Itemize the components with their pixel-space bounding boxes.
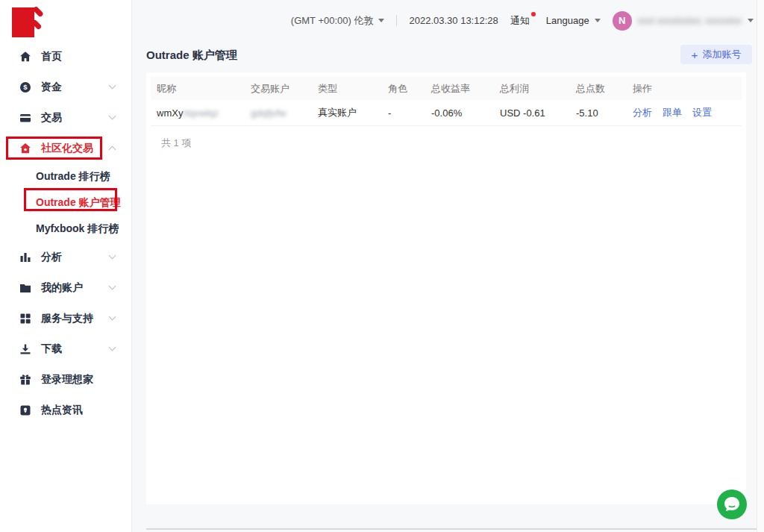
- footer-divider: [146, 528, 757, 530]
- settings-link[interactable]: 设置: [692, 106, 712, 119]
- sidebar-item-analytics[interactable]: 分析: [0, 242, 131, 272]
- cell-role: -: [388, 107, 431, 119]
- sidebar-item-my-accounts[interactable]: 我的账户: [0, 272, 131, 303]
- community-house-icon: [19, 143, 31, 154]
- col-header-role: 角色: [388, 82, 431, 96]
- cell-type: 真实账户: [318, 106, 388, 119]
- col-header-total-profit: 总利润: [500, 82, 576, 96]
- sidebar-item-outrade-account-management[interactable]: Outrade 账户管理: [0, 190, 131, 216]
- sidebar-item-label: 热点资讯: [41, 404, 83, 417]
- add-account-button[interactable]: + 添加账号: [680, 45, 752, 64]
- sidebar-item-funds[interactable]: $ 资金: [0, 72, 131, 102]
- user-menu[interactable]: N xxxl xxxxlxxlxx; xxxxxlxx: [613, 11, 754, 31]
- sidebar-item-download[interactable]: 下载: [0, 334, 131, 364]
- cell-actions: 分析 跟单 设置: [633, 106, 736, 119]
- chevron-up-icon: [109, 146, 116, 154]
- analyze-link[interactable]: 分析: [633, 106, 652, 119]
- username-redacted: xxxl xxxxlxxlxx; xxxxxlxx: [638, 15, 742, 26]
- cell-total-profit: USD -0.61: [500, 107, 576, 119]
- grid-icon: [19, 313, 31, 325]
- news-pin-icon: [19, 404, 31, 416]
- cell-total-return: -0.06%: [431, 107, 500, 119]
- chevron-down-icon: [109, 252, 116, 260]
- download-icon: [19, 343, 31, 355]
- accounts-table: 昵称 交易账户 类型 角色 总收益率 总利润 总点数 操作 wmXyrtqvwl…: [151, 77, 742, 150]
- col-header-nickname: 昵称: [157, 82, 251, 96]
- sidebar-item-label: 我的账户: [41, 281, 83, 295]
- timezone-label: (GMT +00:00) 伦敦: [291, 14, 374, 28]
- table-header-row: 昵称 交易账户 类型 角色 总收益率 总利润 总点数 操作: [151, 77, 742, 100]
- card-icon: [19, 112, 31, 124]
- nickname-redacted: rtqvwlqz: [183, 107, 219, 119]
- plus-icon: +: [692, 49, 698, 60]
- chat-widget-button[interactable]: [716, 489, 748, 520]
- add-account-label: 添加账号: [702, 48, 741, 61]
- notifications-label: 通知: [510, 15, 530, 26]
- bar-chart-icon: [19, 251, 31, 263]
- sidebar: 首页 $ 资金 交易 社区化交易 Outrade 排行榜: [0, 0, 132, 532]
- chevron-down-icon: [109, 313, 116, 321]
- language-label: Language: [546, 15, 589, 26]
- main-content: (GMT +00:00) 伦敦 2022.03.30 13:12:28 通知 L…: [132, 0, 764, 532]
- sidebar-menu: 首页 $ 资金 交易 社区化交易 Outrade 排行榜: [0, 41, 131, 425]
- svg-text:$: $: [23, 83, 28, 91]
- sidebar-subitem-label: Outrade 排行榜: [36, 170, 110, 184]
- topbar-divider: [396, 15, 397, 26]
- gift-icon: [19, 374, 31, 386]
- sidebar-item-home[interactable]: 首页: [0, 41, 131, 72]
- sidebar-item-label: 资金: [41, 81, 62, 94]
- chevron-down-icon: [109, 283, 116, 290]
- scrollbar[interactable]: [757, 0, 764, 532]
- col-header-total-points: 总点数: [576, 82, 633, 96]
- sidebar-item-label: 服务与支持: [41, 312, 93, 325]
- folder-icon: [19, 282, 31, 294]
- sidebar-item-hot-news[interactable]: 热点资讯: [0, 395, 131, 425]
- sidebar-item-label: 交易: [41, 111, 62, 125]
- copy-trade-link[interactable]: 跟单: [663, 106, 682, 119]
- cell-nickname: wmXyrtqvwlqz: [157, 107, 251, 119]
- sidebar-item-community-trading[interactable]: 社区化交易: [0, 133, 131, 163]
- topbar: (GMT +00:00) 伦敦 2022.03.30 13:12:28 通知 L…: [132, 0, 754, 41]
- page-title: Outrade 账户管理: [146, 48, 237, 63]
- avatar: N: [613, 11, 632, 31]
- notification-dot-badge: [531, 12, 536, 16]
- sidebar-item-myfxbook-ranking[interactable]: Myfxbook 排行榜: [0, 216, 131, 242]
- sidebar-item-services-support[interactable]: 服务与支持: [0, 303, 131, 334]
- col-header-total-return: 总收益率: [431, 82, 500, 96]
- chevron-down-icon: [109, 113, 116, 120]
- caret-down-icon: [595, 19, 601, 22]
- sidebar-item-label: 分析: [41, 251, 62, 264]
- col-header-actions: 操作: [633, 82, 736, 96]
- sidebar-item-trade[interactable]: 交易: [0, 102, 131, 133]
- sidebar-item-label: 首页: [41, 50, 62, 63]
- table-summary: 共 1 项: [161, 137, 742, 150]
- datetime-display: 2022.03.30 13:12:28: [409, 15, 498, 26]
- col-header-trading-account: 交易账户: [251, 82, 318, 96]
- table-row: wmXyrtqvwlqz gdqfjvfw 真实账户 - -0.06% USD …: [151, 100, 742, 126]
- chevron-down-icon: [109, 82, 116, 90]
- funds-icon: $: [19, 81, 31, 93]
- brand-logo-icon[interactable]: [11, 7, 44, 38]
- sidebar-item-outrade-ranking[interactable]: Outrade 排行榜: [0, 163, 131, 190]
- accounts-card: 昵称 交易账户 类型 角色 总收益率 总利润 总点数 操作 wmXyrtqvwl…: [146, 72, 746, 504]
- caret-down-icon: [748, 19, 754, 22]
- col-header-type: 类型: [318, 82, 388, 96]
- home-icon: [19, 51, 31, 63]
- notifications-button[interactable]: 通知: [510, 14, 534, 28]
- cell-total-points: -5.10: [576, 107, 633, 119]
- sidebar-item-label: 下载: [41, 342, 62, 356]
- language-selector[interactable]: Language: [546, 15, 601, 26]
- chevron-down-icon: [109, 344, 116, 351]
- cell-trading-account-redacted: gdqfjvfw: [251, 107, 318, 119]
- sidebar-item-login-lixiangjia[interactable]: 登录理想家: [0, 364, 131, 395]
- sidebar-item-label: 登录理想家: [41, 373, 93, 387]
- sidebar-subitem-label: Myfxbook 排行榜: [36, 222, 119, 236]
- caret-down-icon: [378, 19, 384, 22]
- community-submenu: Outrade 排行榜 Outrade 账户管理 Myfxbook 排行榜: [0, 163, 131, 242]
- sidebar-item-label: 社区化交易: [41, 142, 93, 155]
- timezone-selector[interactable]: (GMT +00:00) 伦敦: [291, 14, 385, 28]
- sidebar-subitem-label: Outrade 账户管理: [36, 196, 121, 210]
